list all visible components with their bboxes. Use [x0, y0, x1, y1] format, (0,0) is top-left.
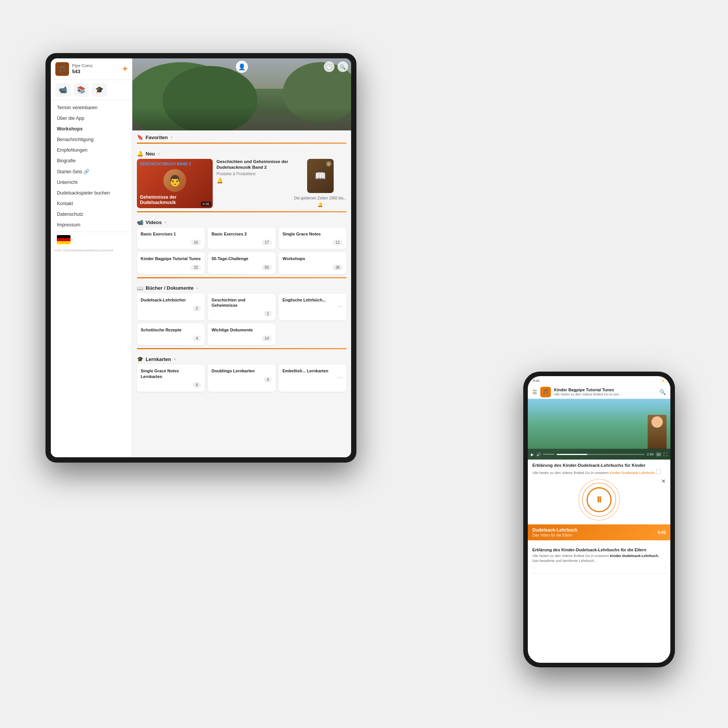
phone-item-1-like[interactable]: ♡: [532, 565, 537, 570]
featured-bell-icon[interactable]: 🔔: [217, 177, 290, 184]
uuid-text: UUID: c1f0425ef8664edd9fdbc51e2a4fe3e8: [51, 247, 132, 255]
add-coins-button[interactable]: +: [122, 64, 127, 74]
small-card-bell-icon[interactable]: 🔔: [317, 202, 323, 207]
header-profile-icon[interactable]: 👤: [236, 61, 248, 73]
phone-playing-card[interactable]: Dudelsack-Lehrbuch Das Video für die Elt…: [528, 524, 670, 540]
book-card-gesch-count: 2: [264, 311, 272, 317]
video-card-single-grace-title: Single Grace Notes: [282, 231, 343, 237]
video-card-50tage[interactable]: 50-Tage-Challenge 50: [208, 252, 276, 274]
new-section-header[interactable]: 🔔 Neu ›: [137, 147, 347, 159]
phone-volume-icon[interactable]: 🔊: [536, 452, 541, 457]
language-flag-de[interactable]: [57, 235, 71, 244]
nav-workshops[interactable]: Workshops: [51, 124, 132, 134]
phone-speed-control[interactable]: 1x: [656, 452, 661, 457]
videos-section-header[interactable]: 📹 Videos ›: [137, 215, 347, 228]
lernkarten-title: Lernkarten: [146, 356, 171, 362]
phone-progress-bar[interactable]: [557, 454, 645, 455]
phone-playing-duration: 4:05: [657, 530, 666, 535]
phone-item-1-desc: Alle Noten zu den Videos findest Du in u…: [532, 553, 666, 563]
header-top-icons: 🕐 🔍: [324, 61, 348, 72]
nav-unterricht[interactable]: Unterricht: [51, 177, 132, 188]
lern-card-doublings[interactable]: Doublings Lernkarten 9: [208, 364, 276, 392]
videos-title: Videos: [146, 220, 162, 225]
buecher-title: Bücher / Dokumente: [146, 285, 193, 291]
small-book-card[interactable]: 📖 🔒: [307, 159, 334, 193]
video-card-single-grace[interactable]: Single Grace Notes 11: [279, 228, 347, 249]
book-card-schott-count: 4: [193, 336, 201, 341]
book-card-engl[interactable]: Englische Lehrbüch...: [279, 293, 347, 321]
favorites-section-header[interactable]: 🔖 Favoriten ›: [137, 130, 347, 143]
buecher-icon: 📖: [137, 285, 143, 291]
videos-arrow: ›: [165, 220, 166, 225]
phone-battery: ⚡: [661, 379, 665, 383]
book-nav-button[interactable]: 📚: [74, 83, 89, 97]
phone-search-icon[interactable]: 🔍: [659, 389, 666, 395]
nav-buchen[interactable]: Dudelsackspieler buchen: [51, 188, 132, 198]
nav-empfehlungen[interactable]: Empfehlungen: [51, 145, 132, 155]
nav-biografie[interactable]: Biografie: [51, 155, 132, 166]
book-card-lehrb[interactable]: Dudelsack-Lehrbücher 2: [137, 293, 205, 321]
video-thumb-title: GESCHICHTSBUCH BAND 2: [140, 162, 210, 166]
content-scroll: 🔖 Favoriten › 🔔 Neu › GESC: [132, 130, 351, 457]
header-clock-icon[interactable]: 🕐: [324, 61, 334, 72]
video-card-basic2[interactable]: Basic Exercises 2 17: [208, 228, 276, 249]
new-section-content: GESCHICHTSBUCH BAND 2 👨 Geheimnisse derD…: [137, 159, 347, 208]
nav-separator: [51, 232, 132, 232]
book-card-wichtig[interactable]: Wichtige Dokumente 14: [208, 323, 276, 345]
phone-fullscreen-icon[interactable]: ⛶: [664, 452, 667, 457]
phone-nav-title: Kinder Bagpipe Tutorial Tunes: [554, 388, 622, 392]
lernkarten-section-header[interactable]: 🎓 Lernkarten ›: [137, 352, 347, 364]
nav-kontakt[interactable]: Kontakt: [51, 198, 132, 209]
nav-termin[interactable]: Termin vereinbaren: [51, 102, 132, 113]
lern-card-single[interactable]: Single Grace Notes Lernkarten 6: [137, 364, 205, 392]
buecher-section-header[interactable]: 📖 Bücher / Dokumente ›: [137, 281, 347, 293]
new-arrow: ›: [158, 151, 160, 156]
nav-datenschutz[interactable]: Datenschutz: [51, 209, 132, 220]
featured-video-thumb[interactable]: GESCHICHTSBUCH BAND 2 👨 Geheimnisse derD…: [137, 159, 213, 208]
phone-overlay-close-icon[interactable]: ✕: [661, 478, 666, 484]
featured-title: Geschichten und Geheimnisse der Dudelsac…: [217, 159, 290, 170]
book-card-engl-title: Englische Lehrbüch...: [282, 297, 343, 303]
pipe-coins-label: Pipe Coins:: [72, 63, 93, 68]
video-card-50tage-title: 50-Tage-Challenge: [212, 256, 272, 261]
video-nav-button[interactable]: 📹: [55, 83, 71, 97]
video-card-workshops[interactable]: Workshops 36: [279, 252, 347, 274]
video-card-basic1[interactable]: Basic Exercises 1 16: [137, 228, 205, 249]
main-header: 👤 🕐 🔍: [132, 58, 351, 130]
video-card-50tage-count: 50: [262, 265, 272, 270]
nav-impressum[interactable]: Impressum: [51, 220, 132, 230]
video-card-workshops-title: Workshops: [282, 256, 343, 261]
nav-starter-sets[interactable]: Starter-Sets 🔗: [51, 166, 132, 177]
phone-app-icon: 🎵: [540, 387, 551, 397]
book-card-gesch[interactable]: Geschichten und Geheimnisse 2: [208, 293, 276, 321]
video-card-basic2-title: Basic Exercises 2: [212, 231, 272, 237]
sidebar-header: 🎵 Pipe Coins: 543 +: [51, 58, 132, 80]
phone-screen: 9:41 ⚡ ☰ 🎵 Kinder Bagpipe Tutorial Tunes…: [528, 376, 670, 663]
phone-menu-icon[interactable]: ☰: [532, 389, 537, 395]
lock-icon: 🔒: [326, 161, 331, 166]
phone-play-icon[interactable]: ▶: [531, 452, 534, 457]
phone-video-character: [648, 415, 667, 449]
phone-volume-slider[interactable]: [543, 454, 554, 455]
phone-player-overlay: ⏸ ✕: [528, 475, 670, 524]
phone-checkbox[interactable]: [656, 469, 661, 474]
lern-card-embellish[interactable]: Embellish... Lernkarten: [279, 364, 347, 392]
new-divider: [137, 211, 347, 212]
books-grid: Dudelsack-Lehrbücher 2 Geschichten und G…: [137, 293, 347, 345]
phone-current-title: Erklärung des Kinder-Dudelsack-Lehrbuchs…: [532, 463, 666, 468]
phone-nav-subtitle: Alle Noten zu den Videos findest Du in u…: [554, 392, 622, 396]
nav-ueber[interactable]: Über die App: [51, 113, 132, 124]
graduation-nav-button[interactable]: 🎓: [92, 83, 107, 97]
book-card-lehrb-title: Dudelsack-Lehrbücher: [141, 297, 201, 303]
nav-benachrichtigung[interactable]: Benachrichtigung: [51, 134, 132, 145]
video-card-kinder[interactable]: Kinder Bagpipe Tutorial Tunes 32: [137, 252, 205, 274]
video-card-kinder-title: Kinder Bagpipe Tutorial Tunes: [141, 256, 201, 261]
tablet: 🎵 Pipe Coins: 543 + 📹 📚 🎓 Termin vereinb…: [46, 53, 356, 463]
phone-pause-button[interactable]: ⏸: [587, 487, 612, 512]
small-card-icon: 📖: [315, 171, 326, 181]
favorites-icon: 🔖: [137, 134, 143, 140]
book-card-schott[interactable]: Schottische Rezepte 4: [137, 323, 205, 345]
phone-list-item-1[interactable]: Erklärung des Kinder-Dudelsack-Lehrbuchs…: [532, 544, 666, 574]
main-content: 👤 🕐 🔍 🔖 Favoriten ›: [132, 58, 351, 457]
header-search-icon[interactable]: 🔍: [337, 61, 348, 72]
